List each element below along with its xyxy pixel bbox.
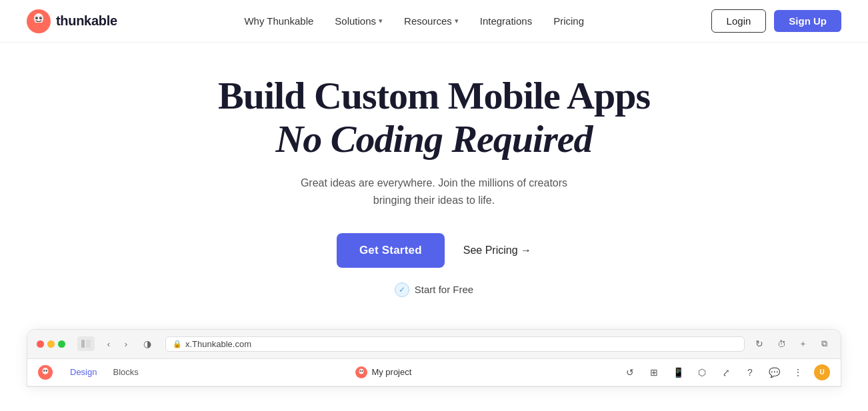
hero-subtitle: Great ideas are everywhere. Join the mil…: [294, 175, 574, 208]
svg-point-1: [34, 13, 43, 24]
nav-links: Why Thunkable Solutions ▾ Resources ▾ In…: [244, 15, 584, 27]
browser-mockup: ‹ › ◑ 🔒 x.Thunkable.com ↻ ⏱ ＋ ⧉ Design: [27, 329, 841, 387]
tab-design[interactable]: Design: [63, 364, 103, 380]
nav-resources[interactable]: Resources ▾: [404, 15, 459, 27]
forward-button[interactable]: ›: [119, 336, 133, 351]
hero-title-line1: Build Custom Mobile Apps: [218, 75, 650, 117]
duplicate-tab-icon[interactable]: ⧉: [817, 336, 831, 351]
undo-icon[interactable]: ↺: [622, 364, 638, 380]
navbar: thunkable Why Thunkable Solutions ▾ Reso…: [0, 0, 868, 43]
maximize-dot[interactable]: [58, 340, 65, 348]
export-icon[interactable]: ⬡: [694, 364, 710, 380]
svg-point-13: [47, 370, 47, 370]
get-started-button[interactable]: Get Started: [337, 233, 445, 268]
browser-bar: ‹ › ◑ 🔒 x.Thunkable.com ↻ ⏱ ＋ ⧉: [27, 330, 841, 359]
svg-rect-7: [86, 340, 91, 348]
svg-point-3: [39, 17, 42, 19]
nav-integrations[interactable]: Integrations: [480, 15, 532, 27]
svg-point-15: [359, 368, 364, 374]
logo-icon: [27, 9, 51, 33]
svg-point-9: [43, 368, 49, 374]
app-nav-tabs: Design Blocks: [63, 364, 145, 380]
svg-rect-6: [81, 340, 85, 348]
minimize-dot[interactable]: [47, 340, 55, 348]
solutions-chevron-icon: ▾: [379, 17, 383, 25]
svg-point-2: [35, 17, 38, 19]
app-phone-icon[interactable]: 📱: [670, 364, 686, 380]
svg-point-5: [41, 17, 41, 17]
hero-free-label: ✓ Start for Free: [395, 282, 473, 297]
signup-button[interactable]: Sign Up: [774, 10, 841, 32]
login-button[interactable]: Login: [711, 9, 767, 33]
address-bar[interactable]: 🔒 x.Thunkable.com: [165, 336, 745, 352]
refresh-button[interactable]: ↻: [755, 338, 763, 349]
project-logo-icon: [355, 366, 367, 378]
svg-point-10: [43, 370, 45, 371]
share-icon[interactable]: ⤤: [718, 364, 734, 380]
logo-text: thunkable: [56, 13, 117, 29]
app-logo-icon: [38, 365, 53, 380]
lock-icon: 🔒: [173, 340, 182, 348]
svg-point-12: [44, 370, 45, 370]
see-pricing-link[interactable]: See Pricing →: [463, 244, 531, 256]
hero-title-line2: No Coding Required: [275, 117, 592, 162]
app-bar: Design Blocks My project ↺ ⊞ 📱 ⬡ ⤤ ? 💬: [27, 359, 841, 386]
comment-icon[interactable]: 💬: [766, 364, 782, 380]
more-options-icon[interactable]: ⋮: [790, 364, 806, 380]
svg-point-16: [360, 370, 361, 372]
nav-solutions[interactable]: Solutions ▾: [335, 15, 383, 27]
help-icon[interactable]: ?: [742, 364, 758, 380]
nav-why-thunkable[interactable]: Why Thunkable: [244, 15, 313, 27]
clock-icon[interactable]: ⏱: [774, 336, 789, 351]
nav-actions: Login Sign Up: [711, 9, 841, 33]
add-tab-icon[interactable]: ＋: [795, 336, 810, 351]
tab-blocks[interactable]: Blocks: [106, 364, 145, 380]
resources-chevron-icon: ▾: [455, 17, 459, 25]
svg-point-11: [46, 370, 47, 371]
browser-right-actions: ⏱ ＋ ⧉: [774, 336, 831, 351]
logo[interactable]: thunkable: [27, 9, 117, 33]
check-icon: ✓: [395, 282, 409, 297]
hero-section: Build Custom Mobile Apps No Coding Requi…: [0, 43, 868, 318]
browser-nav-arrows: ‹ ›: [101, 336, 133, 351]
close-dot[interactable]: [37, 340, 44, 348]
app-project-area: My project: [156, 366, 611, 378]
back-button[interactable]: ‹: [101, 336, 116, 351]
free-text: Start for Free: [415, 284, 473, 295]
nav-pricing[interactable]: Pricing: [553, 15, 584, 27]
sidebar-toggle-icon[interactable]: [77, 336, 95, 351]
url-text: x.Thunkable.com: [185, 339, 251, 349]
svg-point-4: [37, 17, 37, 17]
app-layout-icon[interactable]: ⊞: [646, 364, 662, 380]
hero-cta-group: Get Started See Pricing →: [337, 233, 531, 268]
app-right-actions: ↺ ⊞ 📱 ⬡ ⤤ ? 💬 ⋮ U: [622, 364, 830, 380]
brightness-icon: ◑: [140, 336, 155, 351]
browser-sidebar-toggle: [77, 336, 95, 351]
project-name: My project: [371, 367, 411, 377]
svg-point-17: [362, 370, 363, 372]
browser-traffic-lights: [37, 340, 65, 348]
user-avatar[interactable]: U: [814, 364, 830, 380]
